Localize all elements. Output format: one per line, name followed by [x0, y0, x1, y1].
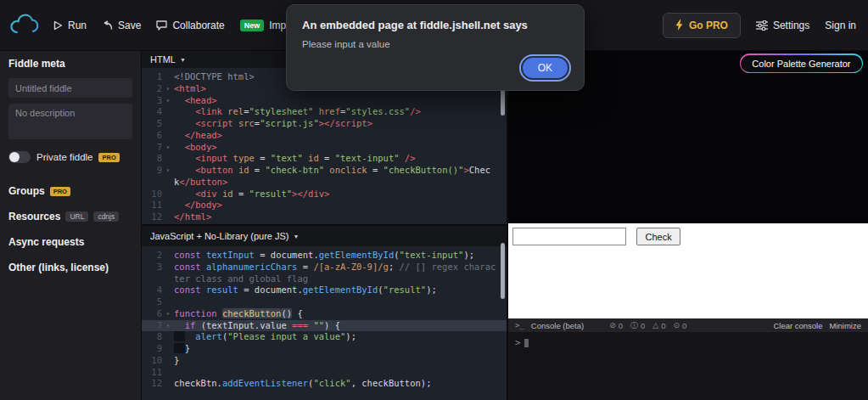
console-title: Console (beta) [531, 321, 584, 330]
code-line[interactable]: 5 <script src="script.js"></script> [142, 118, 507, 130]
line-number: 5 [142, 118, 162, 130]
line-number: 3 [142, 262, 162, 273]
console-counts: ⊘0 ⓘ0 △0 ⊙0 [609, 320, 686, 331]
code-line[interactable]: 2const textInput = document.getElementBy… [142, 250, 507, 262]
code-text: k</button> [174, 177, 227, 189]
line-number: 2 [142, 250, 162, 262]
run-label: Run [68, 20, 87, 31]
code-text: const result = document.getElementById("… [174, 285, 437, 296]
async-requests-label: Async requests [8, 236, 84, 248]
code-line[interactable]: 8 alert("Please input a value"); [142, 331, 507, 343]
code-line[interactable]: 10} [142, 355, 507, 367]
private-fiddle-toggle[interactable] [8, 151, 31, 163]
settings-button[interactable]: Settings [756, 20, 809, 31]
javascript-code-editor[interactable]: 2const textInput = document.getElementBy… [142, 246, 507, 390]
error-count-value: 0 [619, 321, 623, 330]
code-line[interactable]: 7▾ <body> [142, 142, 507, 154]
topbar-right: Go PRO Settings Sign in [663, 13, 868, 38]
code-line[interactable]: k</button> [142, 177, 507, 189]
jsfiddle-logo[interactable] [8, 13, 41, 38]
check-button[interactable]: Check [636, 228, 680, 245]
code-line[interactable]: 6▾function checkButton() { [142, 308, 507, 320]
code-text: if (textInput.value === "") { [174, 320, 340, 332]
settings-label: Settings [773, 20, 809, 31]
sidebar-item-resources[interactable]: Resources URL cdnjs [8, 211, 132, 223]
console-prompt-icon: >_ [515, 321, 524, 330]
code-line[interactable]: 3const alphanumericChars = /[a-zA-Z0-9]/… [142, 262, 507, 273]
code-line[interactable]: 7▾ if (textInput.value === "") { [142, 320, 507, 332]
fold-icon[interactable]: ▾ [162, 83, 174, 95]
fold-spacer [162, 355, 174, 367]
code-line[interactable]: 4 <link rel="stylesheet" href="styles.cs… [142, 106, 507, 118]
fold-spacer [162, 153, 174, 165]
go-pro-button[interactable]: Go PRO [663, 13, 741, 38]
sidebar-item-other[interactable]: Other (links, license) [8, 262, 132, 273]
sidebar-item-async-requests[interactable]: Async requests [8, 236, 132, 248]
code-line[interactable]: 10 <div id = "result"></div> [142, 189, 507, 200]
fold-spacer [162, 130, 174, 142]
fold-spacer [162, 200, 174, 211]
info-count-icon: ⓘ [630, 320, 638, 331]
code-line[interactable]: 9▾ <button id = "check-btn" onclick = "c… [142, 165, 507, 177]
fiddle-title-input[interactable] [8, 78, 132, 98]
minimize-console-button[interactable]: Minimize [830, 321, 861, 330]
sidebar-item-groups[interactable]: Groups PRO [8, 185, 132, 197]
private-fiddle-row: Private fiddle PRO [8, 151, 132, 163]
code-line[interactable]: 9 } [142, 343, 507, 355]
color-palette-generator-label: Color Palette Generator [741, 55, 861, 72]
clear-console-button[interactable]: Clear console [773, 321, 822, 330]
code-line[interactable]: 11 [142, 367, 507, 379]
line-number: 7 [142, 320, 162, 332]
groups-label: Groups [8, 185, 45, 197]
sign-in-button[interactable]: Sign in [825, 20, 856, 31]
code-line[interactable]: 5 [142, 296, 507, 308]
line-number: 5 [142, 296, 162, 308]
line-number: 11 [142, 200, 162, 211]
javascript-panel-header[interactable]: JavaScript + No-Library (pure JS) ▼ [142, 226, 507, 246]
chevron-down-icon: ▼ [180, 57, 186, 63]
collaborate-button[interactable]: Collaborate [156, 20, 224, 31]
code-line[interactable]: 11 </body> [142, 200, 507, 211]
fold-icon[interactable]: ▾ [162, 142, 174, 154]
fold-spacer [162, 378, 174, 390]
fold-icon[interactable]: ▾ [162, 95, 174, 107]
ok-button[interactable]: OK [522, 57, 568, 79]
top-navigation: Run Save Collaborate New Import [53, 20, 298, 31]
fold-icon[interactable]: ▾ [162, 165, 174, 177]
code-text: <link rel="stylesheet" href="styles.css"… [174, 106, 421, 118]
console-header: >_ Console (beta) ⊘0 ⓘ0 △0 ⊙0 Clear cons… [508, 318, 868, 332]
save-button[interactable]: Save [102, 20, 141, 31]
fold-icon[interactable]: ▾ [162, 320, 174, 332]
other-label: Other (links, license) [8, 262, 109, 273]
code-line[interactable]: 4const result = document.getElementById(… [142, 285, 507, 296]
html-code-editor[interactable]: 1<!DOCTYPE html>2▾<html>3▾ <head>4 <link… [142, 68, 507, 223]
line-number: 9 [142, 343, 162, 355]
code-line[interactable]: 6 </head> [142, 130, 507, 142]
code-line[interactable]: 8 <input type = "text" id = "text-input"… [142, 153, 507, 165]
code-text: function checkButton() { [174, 308, 303, 320]
warning-count: △0 [652, 320, 665, 331]
fold-spacer [162, 106, 174, 118]
result-text-input[interactable] [512, 228, 626, 245]
color-palette-generator-button[interactable]: Color Palette Generator [740, 54, 863, 73]
line-number: 2 [142, 83, 162, 95]
dialog-title: An embedded page at fiddle.jshell.net sa… [302, 19, 568, 31]
code-line[interactable]: 3▾ <head> [142, 95, 507, 107]
fold-icon[interactable]: ▾ [162, 308, 174, 320]
code-line[interactable]: ter class and global flag [142, 273, 507, 285]
code-text: <html> [174, 83, 206, 95]
code-line[interactable]: 12</html> [142, 211, 507, 223]
code-line[interactable]: 12checkBtn.addEventListener("click", che… [142, 378, 507, 390]
fiddle-description-input[interactable] [8, 104, 132, 139]
console-body[interactable]: > [508, 332, 868, 400]
cloud-logo-icon [8, 13, 41, 38]
speech-bubble-icon [156, 20, 167, 31]
fiddle-meta-heading: Fiddle meta [8, 58, 132, 70]
line-number: 12 [142, 378, 162, 390]
line-number: 3 [142, 95, 162, 107]
collaborate-label: Collaborate [172, 20, 224, 31]
javascript-editor-scrollbar[interactable] [501, 243, 505, 299]
fold-spacer [162, 296, 174, 308]
run-button[interactable]: Run [53, 20, 87, 31]
toggle-knob [9, 152, 20, 162]
